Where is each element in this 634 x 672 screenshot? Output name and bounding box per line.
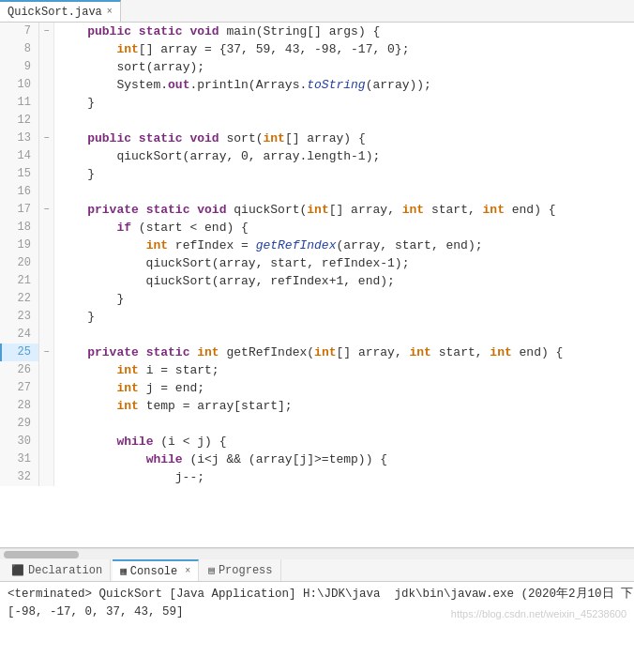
- line-number: 20: [0, 254, 39, 272]
- line-content: [54, 415, 634, 433]
- line-indicator: −: [39, 130, 54, 147]
- line-number: 23: [0, 308, 39, 326]
- line-number: 9: [0, 58, 39, 76]
- line-content: qiuckSort(array, 0, array.length-1);: [54, 147, 634, 165]
- table-row: 30 while (i < j) {: [0, 433, 634, 451]
- table-row: 20 qiuckSort(array, start, refIndex-1);: [0, 254, 634, 272]
- line-number: 18: [0, 219, 39, 237]
- line-number: 27: [0, 379, 39, 397]
- console-close-icon[interactable]: ×: [185, 566, 190, 576]
- line-indicator: −: [39, 23, 54, 40]
- bottom-panel: ⬛ Declaration ▦ Console × ▤ Progress <te…: [0, 559, 634, 672]
- table-row: 27 int j = end;: [0, 379, 634, 397]
- table-row: 15 }: [0, 165, 634, 183]
- line-content: if (start < end) {: [54, 219, 634, 237]
- table-row: 17− private static void qiuckSort(int[] …: [0, 201, 634, 219]
- line-indicator: [39, 76, 54, 94]
- progress-label: Progress: [219, 564, 273, 577]
- line-number: 14: [0, 147, 39, 165]
- table-row: 10 System.out.println(Arrays.toString(ar…: [0, 76, 634, 94]
- table-row: 22 }: [0, 290, 634, 308]
- scrollbar-thumb[interactable]: [4, 551, 79, 558]
- table-row: 32 j--;: [0, 468, 634, 486]
- tab-quicksort[interactable]: QuickSort.java ×: [0, 0, 121, 22]
- line-indicator: [39, 290, 54, 308]
- watermark: https://blog.csdn.net/weixin_45238600: [451, 605, 626, 623]
- line-indicator: [39, 326, 54, 344]
- line-indicator: [39, 112, 54, 130]
- line-indicator: [39, 147, 54, 165]
- line-content: public static void sort(int[] array) {: [54, 130, 634, 147]
- line-content: [54, 183, 634, 201]
- table-row: 31 while (i<j && (array[j]>=temp)) {: [0, 451, 634, 468]
- tab-bar: QuickSort.java ×: [0, 0, 634, 23]
- line-indicator: [39, 58, 54, 76]
- line-indicator: [39, 219, 54, 237]
- line-content: System.out.println(Arrays.toString(array…: [54, 76, 634, 94]
- line-content: int j = end;: [54, 379, 634, 397]
- line-number: 13: [0, 130, 39, 147]
- panel-tab-bar: ⬛ Declaration ▦ Console × ▤ Progress: [0, 559, 634, 582]
- code-editor[interactable]: 7− public static void main(String[] args…: [0, 23, 634, 548]
- table-row: 24: [0, 326, 634, 344]
- table-row: 19 int refIndex = getRefIndex(array, sta…: [0, 237, 634, 254]
- declaration-label: Declaration: [28, 564, 102, 577]
- line-number: 12: [0, 112, 39, 130]
- line-content: }: [54, 308, 634, 326]
- line-indicator: [39, 433, 54, 451]
- table-row: 28 int temp = array[start];: [0, 397, 634, 415]
- line-content: qiuckSort(array, refIndex+1, end);: [54, 272, 634, 290]
- line-number: 16: [0, 183, 39, 201]
- line-content: int refIndex = getRefIndex(array, start,…: [54, 237, 634, 254]
- table-row: 21 qiuckSort(array, refIndex+1, end);: [0, 272, 634, 290]
- line-number: 24: [0, 326, 39, 344]
- table-row: 13− public static void sort(int[] array)…: [0, 130, 634, 147]
- line-content: int[] array = {37, 59, 43, -98, -17, 0};: [54, 40, 634, 58]
- line-indicator: [39, 183, 54, 201]
- line-indicator: [39, 94, 54, 112]
- line-number: 7: [0, 23, 39, 40]
- line-number: 21: [0, 272, 39, 290]
- line-content: }: [54, 165, 634, 183]
- tab-label: QuickSort.java: [8, 6, 102, 19]
- line-indicator: [39, 361, 54, 379]
- progress-icon: ▤: [208, 564, 215, 576]
- console-label: Console: [130, 565, 177, 578]
- line-content: int i = start;: [54, 361, 634, 379]
- line-indicator: [39, 451, 54, 468]
- line-number: 8: [0, 40, 39, 58]
- console-icon: ▦: [120, 565, 127, 577]
- line-number: 30: [0, 433, 39, 451]
- table-row: 7− public static void main(String[] args…: [0, 23, 634, 40]
- line-content: public static void main(String[] args) {: [54, 23, 634, 40]
- tab-declaration[interactable]: ⬛ Declaration: [4, 559, 111, 581]
- line-content: while (i<j && (array[j]>=temp)) {: [54, 451, 634, 468]
- line-number: 11: [0, 94, 39, 112]
- line-content: [54, 112, 634, 130]
- line-number: 29: [0, 415, 39, 433]
- table-row: 23 }: [0, 308, 634, 326]
- line-indicator: [39, 379, 54, 397]
- line-number: 31: [0, 451, 39, 468]
- tab-progress[interactable]: ▤ Progress: [201, 559, 280, 581]
- table-row: 8 int[] array = {37, 59, 43, -98, -17, 0…: [0, 40, 634, 58]
- line-content: sort(array);: [54, 58, 634, 76]
- line-number: 28: [0, 397, 39, 415]
- tab-console[interactable]: ▦ Console ×: [113, 559, 199, 581]
- line-number: 17: [0, 201, 39, 219]
- table-row: 14 qiuckSort(array, 0, array.length-1);: [0, 147, 634, 165]
- line-number: 10: [0, 76, 39, 94]
- line-indicator: [39, 272, 54, 290]
- line-indicator: [39, 165, 54, 183]
- line-indicator: [39, 397, 54, 415]
- line-content: [54, 326, 634, 344]
- line-number: 15: [0, 165, 39, 183]
- tab-close-icon[interactable]: ×: [107, 7, 113, 17]
- line-content: }: [54, 94, 634, 112]
- line-content: j--;: [54, 468, 634, 486]
- line-content: qiuckSort(array, start, refIndex-1);: [54, 254, 634, 272]
- table-row: 29: [0, 415, 634, 433]
- line-content: while (i < j) {: [54, 433, 634, 451]
- horizontal-scrollbar[interactable]: [0, 548, 634, 559]
- line-indicator: [39, 308, 54, 326]
